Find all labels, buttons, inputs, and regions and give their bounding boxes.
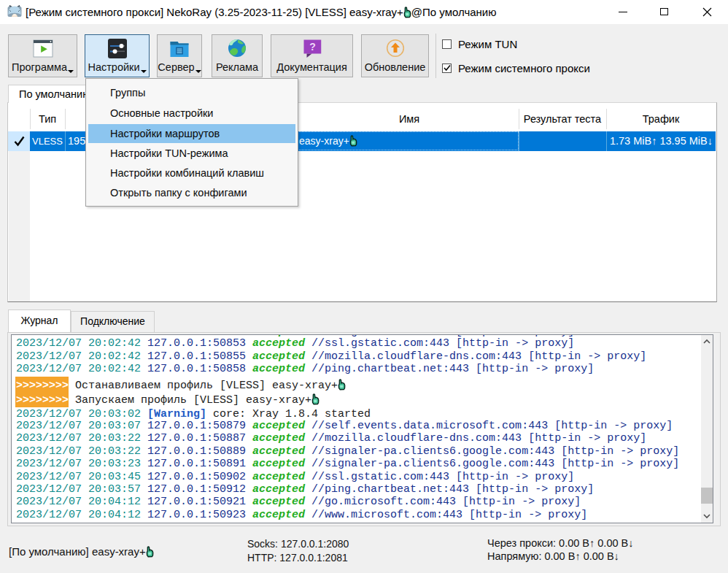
svg-text:?: ? [309, 41, 316, 53]
